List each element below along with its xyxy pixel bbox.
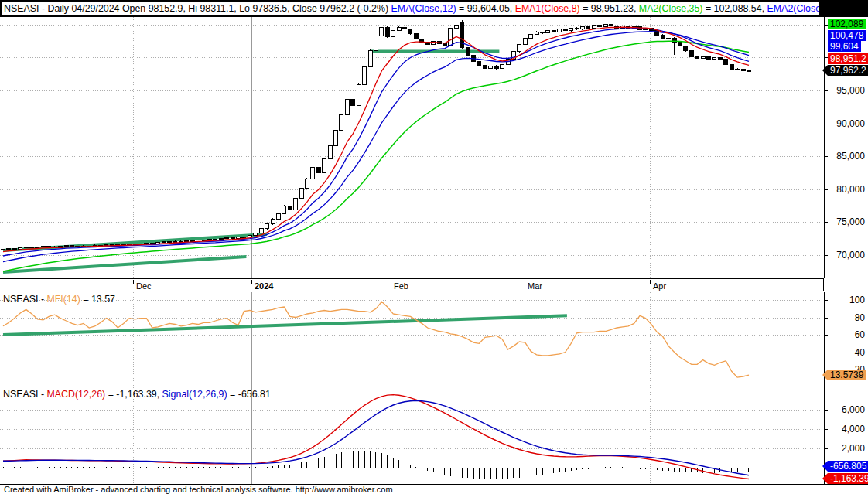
candle-body [489,66,493,68]
candle-body [242,237,246,237]
amibroker-chart-window: NSEASI - Daily 04/29/2024 Open 98152.9, … [0,0,868,494]
mfi-y-axis-label: 40 [828,347,865,358]
trendlines [3,51,499,272]
candle-body [713,58,716,59]
candle-body [546,30,550,32]
candle-body [276,213,280,219]
candle-body [575,28,579,29]
candlesticks [2,20,751,250]
macd-y-axis-label: 6,000 [828,404,865,415]
date-label: 2024 [255,281,273,291]
macd-pane-title: NSEASI - MACD(12,26) = -1,163.39, Signal… [3,389,271,400]
date-tick [525,280,525,284]
candle-body [334,131,338,146]
candle-body [299,189,303,199]
macd-y-axis-label: 2,000 [828,443,865,454]
candle-body [368,50,372,66]
candle-body [328,146,332,159]
price-y-axis-label: 80,000 [828,184,865,195]
macd-y-axis-label: 4,000 [828,424,865,434]
mfi-pane-title: NSEASI - MFI(14) = 13.57 [3,294,115,305]
candle-body [667,38,671,39]
date-tick [133,280,134,284]
candle-body [7,248,11,249]
candle-body [41,246,45,247]
mfi-indicator-pane[interactable] [0,292,868,387]
price-tag: 98,951.2 [828,53,868,64]
candle-body [689,51,693,57]
price-y-axis-label: 75,000 [828,216,865,227]
candle-body [323,159,326,173]
candle-body [558,29,562,32]
macd-title-segment: NSEASI - [3,389,46,400]
candle-body [30,247,34,247]
candle-body [248,236,251,237]
candle-body [678,43,682,46]
candle-body [316,168,320,173]
ma-line [3,27,749,252]
candle-body [380,27,384,36]
date-label: Feb [394,281,408,291]
price-y-axis-label: 90,000 [828,118,865,129]
candle-body [185,240,189,241]
candle-body [501,65,504,69]
macd-title-segment: Signal(12,26,9) [162,389,227,400]
chart-title-segment: = 98,951.23, [580,3,639,14]
macd-value-tag-arrow [822,473,828,484]
candle-body [385,27,389,37]
candle-body [736,69,740,70]
candle-body [351,100,355,106]
macd-indicator-pane[interactable] [0,387,868,484]
price-tag: 100,478 [828,30,866,41]
status-bar: Created with AmiBroker - advanced charti… [0,484,868,494]
macd-value-tag-arrow [822,461,828,472]
candle-body [454,26,458,29]
candle-body [580,26,584,29]
mfi-trendline [3,315,567,335]
candle-body [254,233,258,236]
candle-body [449,29,453,45]
macd-title-segment: = -1,163.39, [105,389,162,400]
candle-body [414,34,418,39]
candle-body [219,239,223,240]
chart-title-segment: EMA1(Close,8) [515,3,580,14]
candle-body [64,246,68,247]
candle-body [24,247,28,247]
candle-body [695,57,699,59]
date-label: Dec [136,281,152,291]
price-chart-pane[interactable] [0,17,868,279]
mfi-y-axis-label: 60 [828,329,865,340]
candle-body [340,115,343,131]
price-tag: 102,089 [828,19,866,29]
candle-body [741,69,745,70]
candle-body [586,26,590,28]
candle-body [271,219,275,224]
candle-body [311,168,315,179]
price-tag-arrow [822,65,828,76]
mfi-line [3,302,749,377]
candle-body [592,26,596,28]
candle-body [730,65,733,70]
chart-title-segment: NSEASI - Daily 04/29/2024 Open 98152.9, … [4,3,391,14]
mfi-y-axis-label: 100 [828,295,865,305]
date-tick [650,280,651,284]
macd-title-segment: MACD(12,26) [46,389,105,400]
status-text: Created with AmiBroker - advanced charti… [4,485,393,494]
candle-body [477,62,481,66]
candle-body [408,29,412,34]
chart-title-segment: EMA2(Close,20 [767,3,819,14]
candle-body [2,249,5,250]
candle-body [357,84,361,105]
candle-body [569,28,573,30]
macd-histogram [3,451,749,479]
chart-title-segment: EMA(Close,12) [391,3,456,14]
candle-body [190,240,194,241]
candle-body [494,66,498,68]
candle-body [214,240,217,240]
candle-body [282,206,286,213]
chart-title-segment: MA2(Close,35) [639,3,703,14]
candle-body [684,46,688,51]
mfi-title-segment: MFI(14) [46,294,80,305]
candle-body [305,179,309,189]
candle-body [225,238,229,239]
